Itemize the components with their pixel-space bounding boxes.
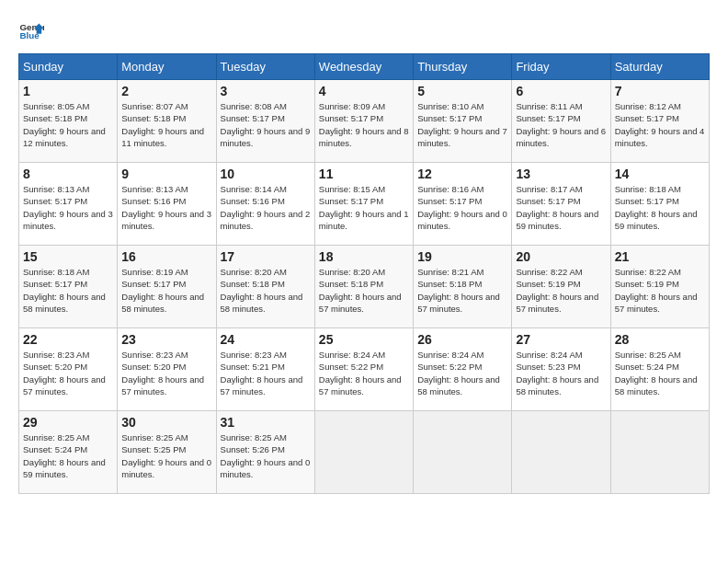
day-info: Sunrise: 8:18 AMSunset: 5:17 PMDaylight:… [615,184,698,231]
day-number: 23 [121,332,211,347]
calendar-day-cell: 23 Sunrise: 8:23 AMSunset: 5:20 PMDaylig… [118,328,216,411]
day-info: Sunrise: 8:22 AMSunset: 5:19 PMDaylight:… [615,267,698,314]
calendar-day-cell [314,411,413,494]
calendar-week-row: 8 Sunrise: 8:13 AMSunset: 5:17 PMDayligh… [19,163,710,246]
calendar-day-cell: 25 Sunrise: 8:24 AMSunset: 5:22 PMDaylig… [314,328,413,411]
calendar-day-cell: 16 Sunrise: 8:19 AMSunset: 5:17 PMDaylig… [118,246,216,328]
day-info: Sunrise: 8:16 AMSunset: 5:17 PMDaylight:… [417,184,507,231]
weekday-header-wednesday: Wednesday [314,54,413,80]
day-number: 17 [221,249,311,264]
day-info: Sunrise: 8:12 AMSunset: 5:17 PMDaylight:… [615,101,705,148]
day-number: 6 [516,84,606,98]
calendar-day-cell: 15 Sunrise: 8:18 AMSunset: 5:17 PMDaylig… [19,246,118,328]
day-number: 27 [516,332,606,347]
day-info: Sunrise: 8:07 AMSunset: 5:18 PMDaylight:… [121,101,204,148]
day-info: Sunrise: 8:24 AMSunset: 5:23 PMDaylight:… [516,350,598,396]
calendar-day-cell: 3 Sunrise: 8:08 AMSunset: 5:17 PMDayligh… [216,80,314,163]
calendar-day-cell [512,411,610,494]
calendar-day-cell: 22 Sunrise: 8:23 AMSunset: 5:20 PMDaylig… [19,328,118,411]
day-info: Sunrise: 8:23 AMSunset: 5:21 PMDaylight:… [221,350,303,396]
calendar-day-cell: 1 Sunrise: 8:05 AMSunset: 5:18 PMDayligh… [19,80,118,163]
day-number: 11 [319,167,409,181]
day-number: 14 [615,167,705,181]
day-info: Sunrise: 8:18 AMSunset: 5:17 PMDaylight:… [23,267,106,314]
calendar-day-cell: 18 Sunrise: 8:20 AMSunset: 5:18 PMDaylig… [314,246,413,328]
calendar-day-cell: 17 Sunrise: 8:20 AMSunset: 5:18 PMDaylig… [216,246,314,328]
day-number: 8 [23,167,113,181]
calendar-day-cell: 2 Sunrise: 8:07 AMSunset: 5:18 PMDayligh… [118,80,216,163]
day-info: Sunrise: 8:10 AMSunset: 5:17 PMDaylight:… [417,101,507,148]
day-number: 19 [417,249,507,264]
calendar-day-cell: 20 Sunrise: 8:22 AMSunset: 5:19 PMDaylig… [512,246,610,328]
day-info: Sunrise: 8:17 AMSunset: 5:17 PMDaylight:… [516,184,598,231]
day-info: Sunrise: 8:23 AMSunset: 5:20 PMDaylight:… [121,350,204,396]
day-info: Sunrise: 8:13 AMSunset: 5:16 PMDaylight:… [121,184,211,231]
logo-icon: General Blue [18,18,44,44]
day-number: 18 [319,249,409,264]
day-info: Sunrise: 8:20 AMSunset: 5:18 PMDaylight:… [221,267,303,314]
day-info: Sunrise: 8:14 AMSunset: 5:16 PMDaylight:… [221,184,311,231]
day-info: Sunrise: 8:25 AMSunset: 5:24 PMDaylight:… [23,432,106,479]
day-number: 15 [23,249,113,264]
day-number: 13 [516,167,606,181]
day-number: 12 [417,167,507,181]
calendar-day-cell: 26 Sunrise: 8:24 AMSunset: 5:22 PMDaylig… [414,328,512,411]
calendar-week-row: 22 Sunrise: 8:23 AMSunset: 5:20 PMDaylig… [19,328,710,411]
calendar-day-cell: 9 Sunrise: 8:13 AMSunset: 5:16 PMDayligh… [118,163,216,246]
calendar-day-cell [610,411,709,494]
day-info: Sunrise: 8:15 AMSunset: 5:17 PMDaylight:… [319,184,409,231]
day-number: 25 [319,332,409,347]
day-number: 21 [615,249,705,264]
calendar-week-row: 29 Sunrise: 8:25 AMSunset: 5:24 PMDaylig… [19,411,710,494]
day-info: Sunrise: 8:19 AMSunset: 5:17 PMDaylight:… [121,267,204,314]
weekday-header-thursday: Thursday [414,54,512,80]
day-number: 2 [121,84,211,98]
day-number: 3 [221,84,311,98]
calendar-day-cell: 6 Sunrise: 8:11 AMSunset: 5:17 PMDayligh… [512,80,610,163]
calendar-day-cell: 8 Sunrise: 8:13 AMSunset: 5:17 PMDayligh… [19,163,118,246]
calendar-day-cell: 30 Sunrise: 8:25 AMSunset: 5:25 PMDaylig… [118,411,216,494]
weekday-header-row: SundayMondayTuesdayWednesdayThursdayFrid… [19,54,710,80]
day-number: 28 [615,332,705,347]
day-number: 26 [417,332,507,347]
calendar-day-cell: 13 Sunrise: 8:17 AMSunset: 5:17 PMDaylig… [512,163,610,246]
day-number: 7 [615,84,705,98]
weekday-header-monday: Monday [118,54,216,80]
calendar-day-cell: 21 Sunrise: 8:22 AMSunset: 5:19 PMDaylig… [610,246,709,328]
calendar-day-cell: 28 Sunrise: 8:25 AMSunset: 5:24 PMDaylig… [610,328,709,411]
day-info: Sunrise: 8:25 AMSunset: 5:24 PMDaylight:… [615,350,698,396]
calendar-day-cell: 24 Sunrise: 8:23 AMSunset: 5:21 PMDaylig… [216,328,314,411]
calendar-day-cell: 19 Sunrise: 8:21 AMSunset: 5:18 PMDaylig… [414,246,512,328]
day-number: 4 [319,84,409,98]
day-info: Sunrise: 8:05 AMSunset: 5:18 PMDaylight:… [23,101,106,148]
day-info: Sunrise: 8:20 AMSunset: 5:18 PMDaylight:… [319,267,402,314]
day-info: Sunrise: 8:09 AMSunset: 5:17 PMDaylight:… [319,101,409,148]
calendar-day-cell [414,411,512,494]
day-info: Sunrise: 8:23 AMSunset: 5:20 PMDaylight:… [23,350,106,396]
day-number: 5 [417,84,507,98]
calendar-day-cell: 5 Sunrise: 8:10 AMSunset: 5:17 PMDayligh… [414,80,512,163]
calendar-day-cell: 12 Sunrise: 8:16 AMSunset: 5:17 PMDaylig… [414,163,512,246]
day-number: 22 [23,332,113,347]
weekday-header-saturday: Saturday [610,54,709,80]
day-info: Sunrise: 8:24 AMSunset: 5:22 PMDaylight:… [417,350,500,396]
calendar-week-row: 1 Sunrise: 8:05 AMSunset: 5:18 PMDayligh… [19,80,710,163]
day-number: 20 [516,249,606,264]
calendar-day-cell: 4 Sunrise: 8:09 AMSunset: 5:17 PMDayligh… [314,80,413,163]
calendar-table: SundayMondayTuesdayWednesdayThursdayFrid… [18,53,710,494]
calendar-day-cell: 29 Sunrise: 8:25 AMSunset: 5:24 PMDaylig… [19,411,118,494]
calendar-day-cell: 31 Sunrise: 8:25 AMSunset: 5:26 PMDaylig… [216,411,314,494]
weekday-header-tuesday: Tuesday [216,54,314,80]
day-number: 30 [121,415,211,430]
day-info: Sunrise: 8:25 AMSunset: 5:26 PMDaylight:… [221,432,311,479]
day-number: 16 [121,249,211,264]
day-number: 29 [23,415,113,430]
day-info: Sunrise: 8:24 AMSunset: 5:22 PMDaylight:… [319,350,402,396]
day-number: 31 [221,415,311,430]
day-number: 10 [221,167,311,181]
calendar-day-cell: 14 Sunrise: 8:18 AMSunset: 5:17 PMDaylig… [610,163,709,246]
calendar-day-cell: 11 Sunrise: 8:15 AMSunset: 5:17 PMDaylig… [314,163,413,246]
weekday-header-sunday: Sunday [19,54,118,80]
day-info: Sunrise: 8:08 AMSunset: 5:17 PMDaylight:… [221,101,311,148]
calendar-week-row: 15 Sunrise: 8:18 AMSunset: 5:17 PMDaylig… [19,246,710,328]
